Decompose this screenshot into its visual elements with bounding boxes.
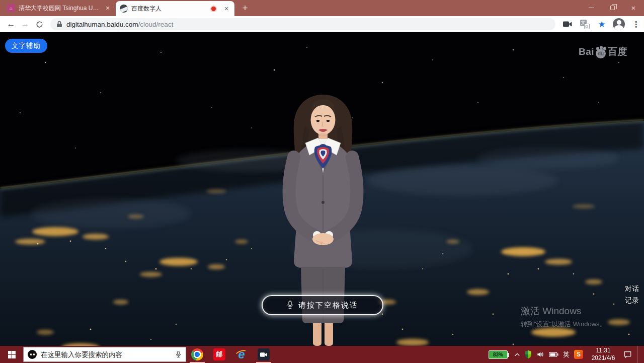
back-button[interactable]: ←: [4, 17, 18, 31]
battery-percent-badge[interactable]: 83%: [489, 350, 508, 359]
page-content: 文字辅助 Bai du 百度 请按下空格说话 对话 记录 激活 Windows: [0, 32, 644, 346]
mail-app-icon: 邮: [213, 348, 225, 360]
internet-explorer-icon: e: [235, 348, 248, 361]
action-center-button[interactable]: [623, 350, 632, 358]
video-camera-icon: [562, 21, 573, 28]
chevron-up-icon: [514, 351, 520, 357]
sogou-tray-button[interactable]: S: [574, 350, 583, 359]
window-controls: ×: [581, 0, 644, 15]
defender-tray-button[interactable]: [525, 350, 532, 358]
baidu-logo: Bai du 百度: [579, 45, 627, 58]
battery-tray-button[interactable]: [549, 351, 558, 357]
security-shield-icon: [525, 350, 532, 358]
clock-date: 2021/4/6: [588, 354, 619, 362]
side-tab-dialog[interactable]: 对话: [625, 284, 639, 294]
tab-close-icon[interactable]: ×: [104, 5, 112, 12]
ime-language-button[interactable]: 英: [563, 350, 570, 359]
search-mic-icon[interactable]: [175, 350, 182, 359]
baidu-logo-du: du: [596, 49, 606, 58]
search-input[interactable]: [41, 351, 171, 358]
push-to-talk-button[interactable]: 请按下空格说话: [262, 295, 383, 315]
avatar: [613, 18, 625, 30]
baidu-paw-icon: du: [595, 46, 607, 58]
bookmark-star-button[interactable]: ★: [596, 18, 608, 30]
windows-logo-icon: [8, 351, 16, 358]
taskbar-mail-button[interactable]: 邮: [208, 346, 230, 363]
tab-digital-human[interactable]: 百度数字人 ×: [116, 1, 234, 16]
new-tab-button[interactable]: +: [237, 0, 253, 16]
tab-strip: ⌂ 清华大学校园网 Tsinghua Univ × 百度数字人 × + ×: [0, 0, 644, 16]
address-bar[interactable]: digitalhuman.baidu.com/cloud/react: [50, 18, 555, 30]
tab-tsinghua[interactable]: ⌂ 清华大学校园网 Tsinghua Univ ×: [3, 0, 116, 16]
baidu-logo-bai: Bai: [579, 46, 594, 57]
reload-button[interactable]: [32, 17, 46, 31]
taskbar-camera-button[interactable]: [253, 346, 275, 363]
browser-toolbar: ← → digitalhuman.baidu.com/cloud/react: [0, 16, 644, 32]
lock-icon: [56, 21, 62, 28]
reload-icon: [36, 21, 43, 28]
microphone-icon: [287, 300, 293, 310]
battery-icon: [549, 351, 558, 357]
system-tray: 83%: [489, 346, 644, 363]
taskbar-chrome-button[interactable]: [186, 346, 208, 363]
volume-tray-button[interactable]: [536, 351, 544, 358]
windows-taskbar: 邮 e 83%: [0, 346, 644, 363]
recording-indicator-icon: [211, 7, 216, 11]
show-desktop-button[interactable]: [637, 346, 640, 363]
translate-icon: 文 G: [580, 20, 590, 29]
start-button[interactable]: [0, 346, 23, 363]
tab-title: 百度数字人: [131, 5, 208, 13]
push-to-talk-label: 请按下空格说话: [298, 301, 358, 310]
forward-button[interactable]: →: [18, 17, 32, 31]
clock-time: 11:31: [588, 347, 619, 354]
minimize-icon: [589, 8, 594, 8]
tab-title: 清华大学校园网 Tsinghua Univ: [19, 4, 100, 13]
profile-button[interactable]: [613, 18, 625, 30]
tab-close-icon[interactable]: ×: [222, 5, 230, 12]
show-hidden-icons-button[interactable]: [514, 351, 520, 357]
camera-in-use-button[interactable]: [561, 18, 574, 30]
chrome-menu-button[interactable]: ⋮: [630, 18, 642, 30]
browser-window: ⌂ 清华大学校园网 Tsinghua Univ × 百度数字人 × + × ← …: [0, 0, 644, 363]
minimize-button[interactable]: [581, 0, 602, 15]
cortana-icon: [28, 350, 37, 359]
sogou-icon: S: [574, 350, 583, 359]
text-assist-button[interactable]: 文字辅助: [5, 39, 47, 53]
side-tab-record[interactable]: 记录: [625, 296, 639, 305]
baidu-logo-cn: 百度: [608, 45, 627, 58]
taskbar-clock[interactable]: 11:31 2021/4/6: [588, 347, 619, 362]
camera-app-icon: [258, 348, 270, 360]
translate-button[interactable]: 文 G: [579, 18, 591, 30]
restore-icon: [610, 6, 615, 10]
tsinghua-favicon-icon: ⌂: [7, 4, 15, 12]
close-button[interactable]: ×: [623, 0, 644, 15]
toolbar-icons: 文 G ★ ⋮: [561, 18, 642, 30]
url-text: digitalhuman.baidu.com/cloud/react: [66, 21, 173, 28]
taskbar-ie-button[interactable]: e: [230, 346, 253, 363]
action-center-icon: [623, 350, 632, 358]
speaker-icon: [536, 351, 544, 358]
taskbar-search-box[interactable]: [23, 347, 186, 362]
globe-favicon-icon: [120, 5, 128, 13]
restore-button[interactable]: [602, 0, 623, 15]
chrome-icon: [191, 348, 203, 360]
